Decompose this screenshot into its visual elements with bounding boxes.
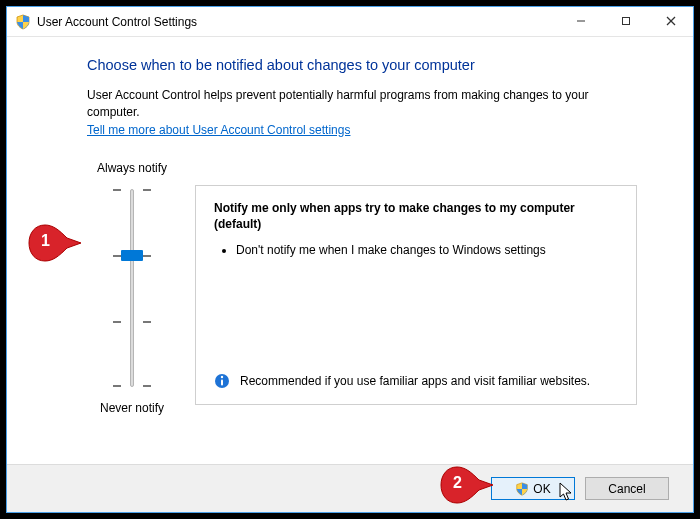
maximize-button[interactable] <box>603 7 648 35</box>
titlebar: User Account Control Settings <box>7 7 693 37</box>
content-area: Choose when to be notified about changes… <box>7 37 693 464</box>
cancel-button[interactable]: Cancel <box>585 477 669 500</box>
dialog-footer: OK Cancel <box>7 464 693 512</box>
page-heading: Choose when to be notified about changes… <box>87 57 637 73</box>
cancel-button-label: Cancel <box>608 482 645 496</box>
level-description-panel: Notify me only when apps try to make cha… <box>195 185 637 405</box>
svg-rect-5 <box>221 379 223 385</box>
svg-rect-1 <box>622 18 629 25</box>
shield-icon <box>515 482 529 496</box>
page-description: User Account Control helps prevent poten… <box>87 87 637 121</box>
slider-label-bottom: Never notify <box>82 401 182 415</box>
window-title: User Account Control Settings <box>37 15 197 29</box>
learn-more-link[interactable]: Tell me more about User Account Control … <box>87 123 350 137</box>
slider-label-top: Always notify <box>82 161 182 175</box>
notification-level-slider[interactable] <box>107 183 157 393</box>
level-title: Notify me only when apps try to make cha… <box>214 200 618 232</box>
window-controls <box>558 7 693 36</box>
ok-button-label: OK <box>533 482 550 496</box>
info-icon <box>214 373 230 389</box>
uac-settings-window: User Account Control Settings Choose whe… <box>6 6 694 513</box>
annotation-callout-1: 1 <box>27 222 83 264</box>
close-button[interactable] <box>648 7 693 35</box>
slider-thumb[interactable] <box>121 250 143 261</box>
minimize-button[interactable] <box>558 7 603 35</box>
level-recommendation: Recommended if you use familiar apps and… <box>240 373 590 390</box>
level-bullet: Don't notify me when I make changes to W… <box>236 242 618 259</box>
shield-icon <box>15 14 31 30</box>
ok-button[interactable]: OK <box>491 477 575 500</box>
svg-point-6 <box>221 376 223 378</box>
